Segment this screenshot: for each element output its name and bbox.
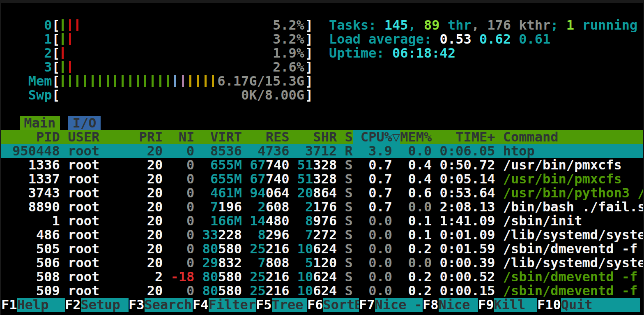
col-header-ni[interactable]: NI xyxy=(171,130,195,144)
cell-cpu: 0.0 xyxy=(361,242,392,256)
meter-bar-tick xyxy=(99,75,101,87)
meter-bar-tick xyxy=(205,75,207,87)
cell-command: /sbin/dmeventd -f xyxy=(503,284,643,298)
fkey-f7-nice[interactable]: F7Nice - xyxy=(359,298,423,312)
fkey-f6-sortby[interactable]: F6SortBy xyxy=(307,298,359,312)
fkey-f10-quit[interactable]: F10Quit xyxy=(537,298,640,312)
col-header-pri[interactable]: PRI xyxy=(139,130,163,144)
meter-label: 3 xyxy=(5,60,52,74)
cell-command: /lib/systemd/system xyxy=(503,228,643,242)
table-header-row: PIDUSERPRINIVIRTRESSHRSCPU%▽MEM%TIME+Com… xyxy=(1,130,643,144)
cell-res: 25216 xyxy=(250,270,289,284)
meter-bar-tick xyxy=(114,75,116,87)
fkey-action-label: Quit xyxy=(561,298,640,312)
meter-bar-tick xyxy=(92,75,94,87)
meter-open-bracket: [ xyxy=(52,60,60,74)
cell-sort-spacer xyxy=(392,284,400,298)
col-header-virt[interactable]: VIRT xyxy=(202,130,242,144)
process-row-8890[interactable]: 8890root200719626082176S0.7 0.02:08.13/b… xyxy=(1,200,643,214)
meter-label: Mem xyxy=(5,74,52,88)
cell-state: R xyxy=(345,144,352,158)
cell-shr: 51328 xyxy=(297,158,337,172)
fkey-f1-help[interactable]: F1Help xyxy=(1,298,65,312)
process-row-1[interactable]: 1root200166M144808976S0.0 0.11:41.09/sbi… xyxy=(1,214,643,228)
cell-pid: 3743 xyxy=(5,186,60,200)
process-row-508[interactable]: 508root2-18805802521610624S0.0 0.20:00.5… xyxy=(1,270,643,284)
cell-mem: 0.4 xyxy=(400,172,432,186)
cell-user: root xyxy=(68,242,131,256)
col-header-res[interactable]: RES xyxy=(250,130,289,144)
col-header-cpu[interactable]: CPU% xyxy=(361,130,392,144)
cell-pri: 20 xyxy=(139,214,163,228)
meter-bar-tick xyxy=(174,75,176,87)
meter-bar-area: 5.2% xyxy=(60,18,305,32)
process-row-3743[interactable]: 3743root200461M9406420864S0.7 0.60:53.64… xyxy=(1,186,643,200)
col-header-pid[interactable]: PID xyxy=(5,130,60,144)
cell-user: root xyxy=(68,144,131,158)
cell-mem: 0.2 xyxy=(400,242,432,256)
cell-cpu: 0.7 xyxy=(361,172,392,186)
process-row-950448[interactable]: 950448root200853647363712R3.9 0.00:06.05… xyxy=(1,144,643,158)
cell-state: S xyxy=(345,284,352,298)
cell-cpu: 0.0 xyxy=(361,256,392,270)
meter-value: 3.2% xyxy=(273,32,304,46)
cell-sort-spacer xyxy=(392,228,400,242)
fkey-f4-filter[interactable]: F4Filter xyxy=(193,298,256,312)
meter-label: Swp xyxy=(5,88,52,102)
process-table: PIDUSERPRINIVIRTRESSHRSCPU%▽MEM%TIME+Com… xyxy=(1,130,643,298)
cell-res: 14480 xyxy=(250,214,289,228)
cell-state: S xyxy=(345,270,352,284)
meter-close-bracket: ] xyxy=(305,74,313,88)
col-header-time[interactable]: TIME+ xyxy=(440,130,495,144)
cell-state: S xyxy=(345,256,352,270)
col-header-command[interactable]: Command xyxy=(503,130,643,144)
cell-state: S xyxy=(345,172,352,186)
fkey-f5-tree[interactable]: F5Tree xyxy=(256,298,307,312)
cell-virt: 7196 xyxy=(202,200,242,214)
cell-mem: 0.6 xyxy=(400,186,432,200)
cell-shr: 10624 xyxy=(297,270,337,284)
fkey-key-label: F7 xyxy=(359,298,375,312)
cell-time: 0:01.59 xyxy=(440,242,495,256)
cell-user: root xyxy=(68,270,131,284)
cell-cpu: 3.9 xyxy=(361,144,392,158)
meter-bar-tick xyxy=(62,61,64,73)
screen-tabs: MainI/O xyxy=(1,116,643,130)
cell-user: root xyxy=(68,200,131,214)
cell-ni: 0 xyxy=(171,200,195,214)
tab-main[interactable]: Main xyxy=(20,116,60,130)
cell-virt: 461M xyxy=(202,186,242,200)
cell-command: /usr/bin/python3 /u xyxy=(503,186,643,200)
cell-cpu: 0.7 xyxy=(361,200,392,214)
process-row-1336[interactable]: 1336root200655M6774051328S0.7 0.40:50.72… xyxy=(1,158,643,172)
col-header-user[interactable]: USER xyxy=(68,130,131,144)
cell-cpu: 0.0 xyxy=(361,214,392,228)
process-row-505[interactable]: 505root200805802521610624S0.0 0.20:01.59… xyxy=(1,242,643,256)
cell-ni: 0 xyxy=(171,242,195,256)
cell-pri: 20 xyxy=(139,172,163,186)
fkey-f9-kill[interactable]: F9Kill xyxy=(478,298,537,312)
process-row-506[interactable]: 506root2002983278085120S0.0 0.00:00.39/l… xyxy=(1,256,643,270)
cell-command: /bin/bash ./fail.sh xyxy=(503,200,643,214)
cell-cpu: 0.0 xyxy=(361,270,392,284)
meter-bar-tick xyxy=(62,75,64,87)
process-row-509[interactable]: 509root200805802521610624S0.0 0.20:00.15… xyxy=(1,284,643,298)
tab-io[interactable]: I/O xyxy=(68,116,101,130)
col-header-mem[interactable]: MEM% xyxy=(400,130,432,144)
cell-pri: 20 xyxy=(139,200,163,214)
process-row-486[interactable]: 486root2003322882967272S0.0 0.10:01.09/l… xyxy=(1,228,643,242)
meter-line-swp: Swp[0K/8.00G] xyxy=(1,88,643,102)
cell-res: 67740 xyxy=(250,158,289,172)
fkey-action-label: Kill xyxy=(494,298,537,312)
cell-mem: 0.0 xyxy=(400,200,432,214)
fkey-f3-search[interactable]: F3Search xyxy=(129,298,193,312)
col-header-shr[interactable]: SHR xyxy=(297,130,337,144)
process-row-1337[interactable]: 1337root200655M6774051328S0.7 0.40:05.14… xyxy=(1,172,643,186)
cell-user: root xyxy=(68,228,131,242)
col-header-s[interactable]: S xyxy=(345,130,352,144)
fkey-f2-setup[interactable]: F2Setup xyxy=(65,298,129,312)
cell-virt: 80580 xyxy=(202,270,242,284)
cell-mem: 0.0 xyxy=(400,144,432,158)
cell-ni: 0 xyxy=(171,172,195,186)
fkey-f8-nice[interactable]: F8Nice + xyxy=(423,298,478,312)
